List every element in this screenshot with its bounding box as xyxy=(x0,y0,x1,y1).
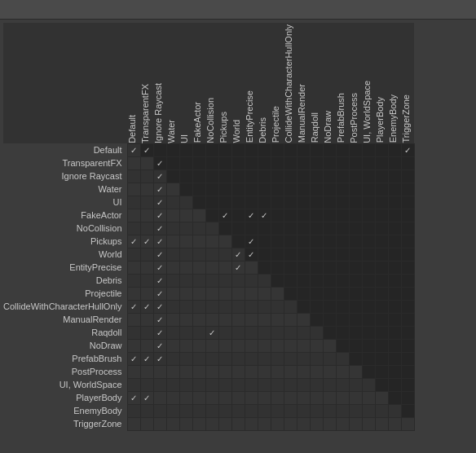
cell-20-15[interactable] xyxy=(323,404,336,417)
cell-4-10[interactable] xyxy=(258,196,271,209)
cell-18-14[interactable] xyxy=(310,378,323,391)
cell-5-16[interactable] xyxy=(336,209,349,222)
cell-18-20[interactable] xyxy=(388,378,401,391)
cell-20-10[interactable] xyxy=(258,404,271,417)
cell-7-15[interactable] xyxy=(323,235,336,248)
cell-11-18[interactable] xyxy=(362,287,375,300)
cell-4-20[interactable] xyxy=(388,196,401,209)
cell-5-12[interactable] xyxy=(284,209,297,222)
cell-6-13[interactable] xyxy=(297,222,310,235)
cell-0-5[interactable] xyxy=(192,143,205,156)
cell-7-8[interactable] xyxy=(231,235,245,248)
cell-10-16[interactable] xyxy=(336,274,349,287)
cell-12-18[interactable] xyxy=(362,300,375,313)
cell-13-9[interactable] xyxy=(245,313,258,326)
cell-3-12[interactable] xyxy=(284,183,297,196)
cell-2-16[interactable] xyxy=(336,169,349,183)
cell-18-17[interactable] xyxy=(349,378,362,391)
cell-15-18[interactable] xyxy=(362,339,375,352)
cell-13-11[interactable] xyxy=(271,313,284,326)
cell-10-5[interactable] xyxy=(192,274,205,287)
cell-12-1[interactable]: ✓ xyxy=(140,300,153,313)
cell-20-5[interactable] xyxy=(192,404,205,417)
cell-18-7[interactable] xyxy=(218,378,231,391)
cell-13-4[interactable] xyxy=(179,313,192,326)
cell-1-11[interactable] xyxy=(271,156,284,169)
cell-20-11[interactable] xyxy=(271,404,284,417)
cell-5-9[interactable]: ✓ xyxy=(245,209,258,222)
cell-1-12[interactable] xyxy=(284,156,297,169)
cell-19-17[interactable] xyxy=(349,391,362,404)
cell-9-20[interactable] xyxy=(388,261,401,274)
cell-17-0[interactable] xyxy=(127,365,140,378)
cell-9-8[interactable]: ✓ xyxy=(231,261,245,274)
cell-12-4[interactable] xyxy=(179,300,192,313)
cell-9-14[interactable] xyxy=(310,261,323,274)
cell-4-1[interactable] xyxy=(140,196,153,209)
cell-11-5[interactable] xyxy=(192,287,205,300)
cell-0-15[interactable] xyxy=(323,143,336,156)
cell-16-0[interactable]: ✓ xyxy=(127,352,140,365)
cell-16-2[interactable]: ✓ xyxy=(153,352,166,365)
cell-3-1[interactable] xyxy=(140,183,153,196)
cell-7-7[interactable] xyxy=(218,235,231,248)
cell-3-18[interactable] xyxy=(362,183,375,196)
cell-14-18[interactable] xyxy=(362,326,375,339)
cell-14-13[interactable] xyxy=(297,326,310,339)
cell-15-7[interactable] xyxy=(218,339,231,352)
cell-8-1[interactable] xyxy=(140,248,153,261)
cell-15-16[interactable] xyxy=(336,339,349,352)
cell-12-5[interactable] xyxy=(192,300,205,313)
cell-18-8[interactable] xyxy=(231,378,245,391)
cell-4-15[interactable] xyxy=(323,196,336,209)
cell-21-17[interactable] xyxy=(349,417,362,430)
cell-6-21[interactable] xyxy=(401,222,414,235)
cell-2-6[interactable] xyxy=(205,169,218,183)
cell-12-17[interactable] xyxy=(349,300,362,313)
cell-14-1[interactable] xyxy=(140,326,153,339)
cell-10-10[interactable] xyxy=(258,274,271,287)
cell-3-6[interactable] xyxy=(205,183,218,196)
cell-18-10[interactable] xyxy=(258,378,271,391)
cell-17-14[interactable] xyxy=(310,365,323,378)
cell-16-15[interactable] xyxy=(323,352,336,365)
cell-19-2[interactable] xyxy=(153,391,166,404)
cell-3-14[interactable] xyxy=(310,183,323,196)
cell-16-9[interactable] xyxy=(245,352,258,365)
cell-11-17[interactable] xyxy=(349,287,362,300)
cell-2-21[interactable] xyxy=(401,169,414,183)
cell-13-15[interactable] xyxy=(323,313,336,326)
cell-0-12[interactable] xyxy=(284,143,297,156)
cell-17-8[interactable] xyxy=(231,365,245,378)
cell-2-17[interactable] xyxy=(349,169,362,183)
cell-1-16[interactable] xyxy=(336,156,349,169)
cell-16-12[interactable] xyxy=(284,352,297,365)
cell-4-2[interactable]: ✓ xyxy=(153,196,166,209)
cell-2-15[interactable] xyxy=(323,169,336,183)
cell-9-18[interactable] xyxy=(362,261,375,274)
cell-7-19[interactable] xyxy=(375,235,388,248)
cell-20-13[interactable] xyxy=(297,404,310,417)
cell-7-14[interactable] xyxy=(310,235,323,248)
cell-16-4[interactable] xyxy=(179,352,192,365)
cell-21-16[interactable] xyxy=(336,417,349,430)
cell-0-10[interactable] xyxy=(258,143,271,156)
cell-18-16[interactable] xyxy=(336,378,349,391)
cell-15-12[interactable] xyxy=(284,339,297,352)
cell-14-14[interactable] xyxy=(310,326,323,339)
cell-16-21[interactable] xyxy=(401,352,414,365)
cell-17-17[interactable] xyxy=(349,365,362,378)
cell-10-6[interactable] xyxy=(205,274,218,287)
cell-10-8[interactable] xyxy=(231,274,245,287)
cell-15-20[interactable] xyxy=(388,339,401,352)
cell-18-0[interactable] xyxy=(127,378,140,391)
cell-4-14[interactable] xyxy=(310,196,323,209)
cell-8-18[interactable] xyxy=(362,248,375,261)
cell-15-2[interactable]: ✓ xyxy=(153,339,166,352)
cell-8-17[interactable] xyxy=(349,248,362,261)
cell-19-21[interactable] xyxy=(401,391,414,404)
cell-8-4[interactable] xyxy=(179,248,192,261)
cell-9-5[interactable] xyxy=(192,261,205,274)
cell-9-7[interactable] xyxy=(218,261,231,274)
cell-19-18[interactable] xyxy=(362,391,375,404)
